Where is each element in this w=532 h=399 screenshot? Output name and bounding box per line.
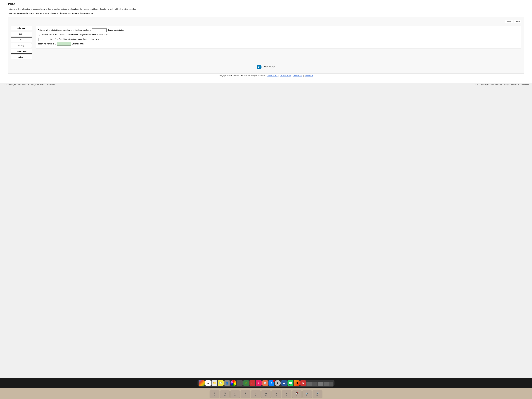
key-f10[interactable]: 🔇 F10: [292, 390, 302, 398]
dock-photos[interactable]: 🖼: [294, 380, 300, 386]
screen: ▼ Part A In terms of their attractive fo…: [0, 0, 532, 399]
amazon-bar: FREE Delivery for Prime members Only 2 l…: [0, 83, 532, 87]
key-f7[interactable]: ⏮ F7: [261, 390, 271, 398]
part-a-header: ▼ Part A: [5, 3, 527, 5]
key-f2[interactable]: ☀ F2: [210, 390, 219, 398]
dock-whatsapp[interactable]: 💬: [287, 380, 293, 386]
reset-button[interactable]: Reset: [505, 20, 513, 23]
dock-colors[interactable]: [230, 380, 236, 386]
term-saturated[interactable]: saturated: [11, 26, 32, 30]
blank-1[interactable]: [92, 29, 107, 32]
amazon-right: FREE Delivery for Prime members Only 10 …: [475, 84, 529, 86]
collapse-icon[interactable]: ▼: [5, 3, 7, 5]
s1-text-end: double bonds in the: [108, 29, 124, 31]
keyboard-bright-icon: ✦: [255, 392, 257, 394]
terms-of-use-link[interactable]: Terms of Use: [267, 75, 278, 77]
mute-icon: 🔇: [296, 392, 298, 394]
dock-appstore-badge: 1: [273, 380, 275, 382]
quiz-container: ▼ Part A In terms of their attractive fo…: [0, 0, 532, 83]
term-quickly[interactable]: quickly: [11, 55, 32, 59]
dock-calendar[interactable]: OCT 28: [205, 380, 211, 386]
rewind-icon: ⏮: [265, 392, 267, 394]
dock-finder[interactable]: 📁: [211, 380, 217, 386]
s3-text-mid: tails of the fats. More interactions mea…: [50, 38, 103, 40]
dock-anki[interactable]: h: [300, 380, 306, 386]
pearson-name: Pearson: [263, 65, 275, 69]
privacy-policy-link[interactable]: Privacy Policy: [280, 75, 291, 77]
sentence-3: tails of the fats. More interactions mea…: [38, 37, 519, 41]
dock-music[interactable]: ♫: [256, 380, 262, 386]
key-f9[interactable]: ⏭ F9: [282, 390, 291, 398]
thumb-4[interactable]: [323, 382, 329, 386]
vol-up-icon: 🔊: [316, 392, 319, 394]
dock-chrome[interactable]: ●: [199, 380, 205, 386]
fast-forward-icon: ⏭: [285, 392, 288, 394]
help-button[interactable]: Help: [514, 20, 521, 23]
key-f12[interactable]: 🔊 F12: [313, 390, 322, 398]
vol-down-icon: 🔈: [306, 392, 309, 394]
thumb-5[interactable]: [329, 382, 333, 386]
dock-bar: ● OCT 28 📁 📝 👤 ···: [197, 380, 335, 387]
thumb-3[interactable]: [318, 382, 323, 386]
dock-ellipsis[interactable]: ···: [237, 380, 243, 386]
mac-bottom: ● OCT 28 📁 📝 👤 ···: [0, 378, 532, 388]
s4-text-end: , forming a fat.: [72, 43, 84, 45]
key-f4[interactable]: ⋯ F4: [230, 390, 240, 398]
browser-content: ▼ Part A In terms of their attractive fo…: [0, 0, 532, 378]
term-trans[interactable]: trans: [11, 32, 32, 36]
dock-word[interactable]: W: [281, 380, 287, 386]
s4-text-start: becoming more like a: [38, 43, 56, 45]
sentence-1: Fats and oils are both triglycerides; ho…: [38, 28, 519, 32]
brightness-icon: ☀: [214, 392, 215, 394]
pearson-letter: P: [258, 65, 260, 69]
copyright-footer: Copyright © 2019 Pearson Education Inc. …: [5, 74, 527, 79]
terms-column: saturated trans cis slowly unsaturated q…: [11, 26, 32, 59]
pearson-logo: P Pearson: [257, 65, 275, 70]
s2-text: hydrocarbon tails of oils prevents them …: [38, 33, 109, 36]
s1-text-start: Fats and oils are both triglycerides; ho…: [38, 29, 91, 31]
reset-help-row: Reset Help: [11, 20, 521, 23]
dock-itunes[interactable]: ⚙: [275, 380, 281, 386]
pearson-p-icon: P: [257, 65, 261, 70]
permissions-link[interactable]: Permissions: [293, 75, 302, 77]
pearson-logo-area: P Pearson: [11, 63, 521, 71]
dock-contacts[interactable]: 👤: [224, 380, 230, 386]
screenshot-thumbnails: [306, 382, 333, 386]
dock-books[interactable]: 📖: [262, 380, 268, 386]
dock-appstore[interactable]: A 1: [268, 380, 274, 386]
part-a-title: Part A: [8, 3, 15, 5]
launchpad-icon: ⋯: [234, 392, 236, 394]
s3-text-end: ,: [119, 38, 120, 40]
thumb-1[interactable]: [306, 382, 312, 386]
drag-drop-content: saturated trans cis slowly unsaturated q…: [11, 26, 521, 59]
dock-app1[interactable]: 🌿: [243, 380, 249, 386]
key-f5[interactable]: ✦ F5: [241, 390, 250, 398]
question-text: In terms of their attractive forces, exp…: [5, 7, 527, 11]
sentences-column: Fats and oils are both triglycerides; ho…: [36, 26, 521, 49]
sentence-4: becoming more like a , forming a fat.: [38, 42, 519, 46]
blank-2[interactable]: [38, 38, 49, 41]
copyright-text: Copyright © 2019 Pearson Education Inc. …: [219, 75, 265, 77]
instructions: Drag the terms on the left to the approp…: [5, 12, 527, 14]
key-f3[interactable]: ⊞ F3: [220, 390, 229, 398]
amazon-left: FREE Delivery for Prime members Only 2 l…: [3, 84, 56, 86]
dock-notes[interactable]: 📝: [218, 380, 224, 386]
key-f8[interactable]: ⏯ F8: [272, 390, 281, 398]
blank-3[interactable]: [104, 38, 118, 41]
play-pause-icon: ⏯: [275, 392, 277, 394]
key-f11[interactable]: 🔈 F11: [303, 390, 312, 398]
mission-control-icon: ⊞: [224, 392, 226, 394]
blank-4[interactable]: [57, 42, 71, 46]
keyboard-area: ☀ F2 ⊞ F3 ⋯ F4 ✦ F5 ✦ F6 ⏮ F7 ⏯ F8 ⏭ F9: [0, 388, 532, 399]
keyboard-dim-icon: ✦: [245, 392, 246, 394]
sentence-2: hydrocarbon tails of oils prevents them …: [38, 33, 519, 37]
term-cis[interactable]: cis: [11, 38, 32, 42]
key-f6[interactable]: ✦ F6: [251, 390, 260, 398]
drag-drop-area: Reset Help saturated trans cis slowly un…: [8, 17, 524, 74]
dock-nosign[interactable]: ⊘: [249, 380, 255, 386]
contact-us-link[interactable]: Contact Us: [305, 75, 313, 77]
term-slowly[interactable]: slowly: [11, 43, 32, 48]
thumb-2[interactable]: [312, 382, 317, 386]
term-unsaturated[interactable]: unsaturated: [11, 49, 32, 54]
